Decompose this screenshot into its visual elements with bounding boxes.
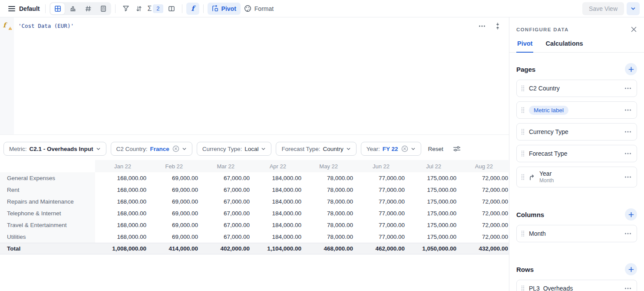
data-cell[interactable]: 67,000.00	[198, 184, 250, 196]
number-view-button[interactable]	[81, 3, 95, 14]
formula-input[interactable]: 'Cost Data (EUR)'	[14, 17, 509, 134]
formula-collapse-button[interactable]	[493, 22, 502, 30]
add-rows-button[interactable]	[625, 263, 637, 275]
formula-button[interactable]: f	[186, 3, 199, 15]
field-card[interactable]: Metric label	[516, 101, 637, 119]
data-cell[interactable]: 69,000.00	[147, 184, 198, 196]
clear-filter-icon[interactable]	[172, 145, 179, 152]
data-cell[interactable]: 72,000.00	[457, 196, 509, 207]
data-cell[interactable]: 72,000.00	[457, 184, 509, 196]
table-view-button[interactable]	[50, 3, 65, 14]
data-cell[interactable]: 78,000.00	[302, 196, 353, 207]
data-cell[interactable]: 69,000.00	[147, 172, 198, 184]
field-card[interactable]: PL3_Overheads	[516, 280, 637, 291]
data-cell[interactable]: 168,000.00	[95, 196, 147, 207]
data-cell[interactable]: 175,000.00	[405, 196, 457, 207]
field-menu-button[interactable]	[624, 86, 631, 91]
data-cell[interactable]: 69,000.00	[147, 196, 198, 207]
data-cell[interactable]: 168,000.00	[95, 207, 147, 219]
data-cell[interactable]: 72,000.00	[457, 219, 509, 231]
column-header[interactable]: May 22	[302, 160, 353, 172]
field-menu-button[interactable]	[624, 107, 631, 113]
data-cell[interactable]: 77,000.00	[353, 219, 405, 231]
workbook-name[interactable]: Default	[19, 5, 40, 12]
data-cell[interactable]: 67,000.00	[198, 219, 250, 231]
format-button[interactable]: Format	[241, 3, 277, 15]
calculator-view-button[interactable]	[96, 3, 110, 14]
data-cell[interactable]: 78,000.00	[302, 184, 353, 196]
data-cell[interactable]: 168,000.00	[95, 172, 147, 184]
pivot-button[interactable]: Pivot	[208, 3, 241, 15]
reset-filters-button[interactable]: Reset	[428, 146, 443, 152]
field-menu-button[interactable]	[624, 286, 631, 291]
drag-handle-icon[interactable]	[521, 151, 525, 157]
row-label[interactable]: Travel & Entertainment	[0, 219, 95, 231]
row-label[interactable]: Repairs and Maintenance	[0, 196, 95, 207]
data-cell[interactable]: 175,000.00	[405, 219, 457, 231]
data-cell[interactable]: 168,000.00	[95, 231, 147, 243]
data-cell[interactable]: 77,000.00	[353, 207, 405, 219]
column-header[interactable]: Feb 22	[147, 160, 198, 172]
field-menu-button[interactable]	[624, 174, 631, 180]
data-cell[interactable]: 184,000.00	[250, 184, 302, 196]
data-cell[interactable]: 78,000.00	[302, 172, 353, 184]
save-view-dropdown-button[interactable]	[627, 2, 640, 15]
filter-settings-icon[interactable]	[453, 145, 461, 152]
data-cell[interactable]: 69,000.00	[147, 207, 198, 219]
row-label[interactable]: Telephone & Internet	[0, 207, 95, 219]
column-header[interactable]: Apr 22	[250, 160, 302, 172]
column-header[interactable]: Aug 22	[457, 160, 509, 172]
add-columns-button[interactable]	[625, 208, 637, 221]
data-cell[interactable]: 77,000.00	[353, 172, 405, 184]
tab-calculations[interactable]: Calculations	[545, 39, 584, 52]
row-label[interactable]: Rent	[0, 184, 95, 196]
data-cell[interactable]: 175,000.00	[405, 231, 457, 243]
field-card[interactable]: Month	[516, 225, 637, 242]
data-cell[interactable]: 175,000.00	[405, 207, 457, 219]
data-cell[interactable]: 168,000.00	[95, 219, 147, 231]
field-menu-button[interactable]	[624, 231, 631, 236]
data-cell[interactable]: 184,000.00	[250, 196, 302, 207]
formula-more-button[interactable]	[478, 22, 486, 30]
data-cell[interactable]: 184,000.00	[250, 219, 302, 231]
hamburger-menu-button[interactable]	[5, 3, 18, 15]
row-label[interactable]: Utilities	[0, 231, 95, 243]
data-cell[interactable]: 77,000.00	[353, 231, 405, 243]
column-header[interactable]: Mar 22	[198, 160, 250, 172]
drag-handle-icon[interactable]	[521, 174, 525, 180]
drag-handle-icon[interactable]	[521, 85, 525, 91]
sort-button[interactable]	[132, 3, 145, 15]
data-cell[interactable]: 72,000.00	[457, 231, 509, 243]
data-cell[interactable]: 184,000.00	[250, 207, 302, 219]
data-cell[interactable]: 72,000.00	[457, 172, 509, 184]
chart-view-button[interactable]	[66, 3, 80, 14]
data-cell[interactable]: 67,000.00	[198, 172, 250, 184]
drag-handle-icon[interactable]	[521, 129, 525, 135]
column-header[interactable]: Jun 22	[353, 160, 405, 172]
filter-pill[interactable]: Forecast Type:Country	[276, 142, 356, 156]
field-card[interactable]: C2 Country	[516, 80, 637, 97]
save-view-button[interactable]: Save View	[582, 2, 624, 15]
data-cell[interactable]: 67,000.00	[198, 207, 250, 219]
data-cell[interactable]: 78,000.00	[302, 207, 353, 219]
drag-handle-icon[interactable]	[521, 231, 525, 237]
filter-pill[interactable]: Year:FY 22	[361, 142, 421, 156]
data-cell[interactable]: 69,000.00	[147, 231, 198, 243]
filter-pill[interactable]: Metric:C2.1 - Overheads Input	[3, 142, 106, 156]
drag-handle-icon[interactable]	[521, 285, 525, 291]
split-pane-button[interactable]	[165, 3, 178, 15]
column-header[interactable]: Jan 22	[95, 160, 147, 172]
data-cell[interactable]: 175,000.00	[405, 184, 457, 196]
tab-pivot[interactable]: Pivot	[516, 39, 533, 53]
data-cell[interactable]: 67,000.00	[198, 231, 250, 243]
data-cell[interactable]: 184,000.00	[250, 172, 302, 184]
filter-pill[interactable]: Currency Type:Local	[197, 142, 272, 156]
field-card[interactable]: Forecast Type	[516, 145, 637, 162]
drag-handle-icon[interactable]	[521, 107, 525, 113]
data-cell[interactable]: 168,000.00	[95, 184, 147, 196]
column-header[interactable]: Jul 22	[405, 160, 457, 172]
filter-pill[interactable]: C2 Country:France	[111, 142, 192, 156]
data-cell[interactable]: 175,000.00	[405, 172, 457, 184]
data-cell[interactable]: 67,000.00	[198, 196, 250, 207]
data-cell[interactable]: 184,000.00	[250, 231, 302, 243]
